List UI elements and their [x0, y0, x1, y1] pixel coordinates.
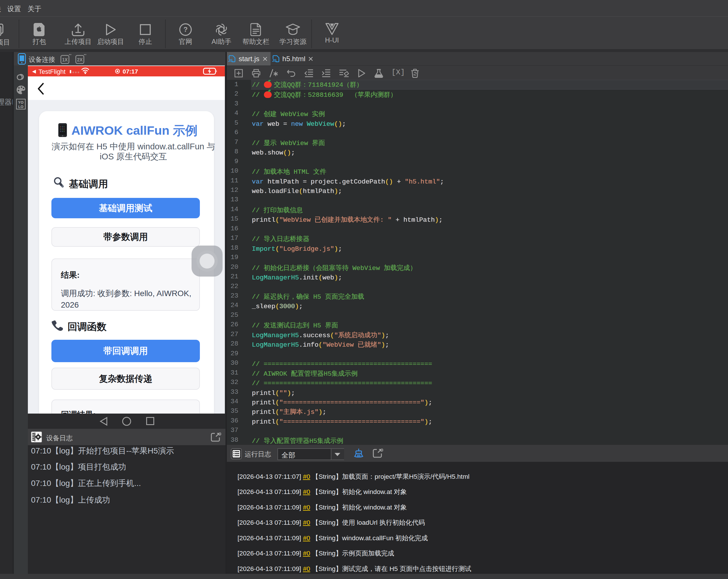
svg-text:JS: JS [228, 58, 233, 62]
svg-text:?: ? [183, 26, 188, 33]
svg-text:2X: 2X [77, 57, 83, 62]
svg-text:JS: JS [272, 58, 277, 62]
svg-text:1X: 1X [62, 57, 68, 62]
